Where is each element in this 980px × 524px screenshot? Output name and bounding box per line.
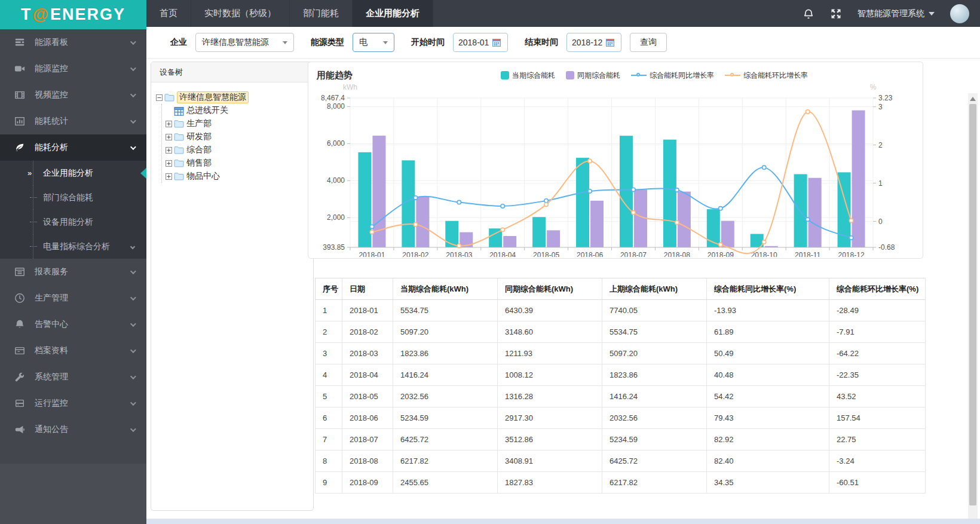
energy-type-select[interactable]: 电 xyxy=(353,33,394,52)
expand-toggle-icon[interactable] xyxy=(166,121,172,127)
vertical-scrollbar[interactable] xyxy=(968,93,978,524)
tree-node-label[interactable]: 销售部 xyxy=(186,158,212,168)
expand-toggle-icon[interactable] xyxy=(166,147,172,154)
nav-item-2[interactable]: 实时数据（秒级） xyxy=(191,0,290,27)
tree-node-label[interactable]: 生产部 xyxy=(186,118,212,129)
tree-node-label[interactable]: 物品中心 xyxy=(186,171,220,182)
table-column-header-7: 综合能耗环比增长率(%) xyxy=(829,278,926,300)
stats-icon xyxy=(14,116,25,127)
sidebar-item-1[interactable]: 能源看板 xyxy=(0,29,146,56)
sidebar-item-2[interactable]: 能源监控 xyxy=(0,56,146,82)
legend-item-3[interactable]: 综合能耗同比增长率 xyxy=(631,71,714,81)
sidebar-item-11[interactable]: 运行监控 xyxy=(0,390,146,416)
tree-node-label[interactable]: 总进线开关 xyxy=(186,105,228,116)
tree-spacer xyxy=(166,108,172,114)
tree-node-label[interactable]: 综合部 xyxy=(186,145,212,155)
table-cell: 3408.91 xyxy=(498,451,602,472)
table-cell: 1416.24 xyxy=(602,386,707,407)
table-row: 12018-015534.756430.397740.05-13.93-28.4… xyxy=(316,300,926,321)
nav-item-3[interactable]: 部门能耗 xyxy=(290,0,353,27)
scroll-up-arrow-icon[interactable] xyxy=(970,97,976,101)
avatar[interactable] xyxy=(950,4,969,23)
device-tree-header: 设备树 xyxy=(151,62,313,82)
svg-text:8,000: 8,000 xyxy=(327,102,345,111)
tree-dash-icon xyxy=(30,197,37,198)
bell-icon[interactable] xyxy=(803,8,814,20)
device-tree-panel: 设备树 许继信息智慧能源总进线开关生产部研发部综合部销售部物品中心 xyxy=(151,62,314,511)
expand-toggle-icon[interactable] xyxy=(166,160,172,167)
report-icon xyxy=(14,266,25,277)
tree-node-6[interactable]: 物品中心 xyxy=(166,170,308,183)
tree-dash-icon xyxy=(30,246,37,247)
sidebar-subitem-1[interactable]: »企业用能分析 xyxy=(0,161,146,185)
table-column-header-2: 日期 xyxy=(342,278,393,300)
tree-node-label[interactable]: 研发部 xyxy=(186,131,212,142)
sidebar-item-4[interactable]: 能耗统计 xyxy=(0,108,146,134)
sidebar-subitem-2[interactable]: 部门综合能耗 xyxy=(0,185,146,210)
table-cell: 9 xyxy=(316,472,342,494)
sidebar-item-7[interactable]: 生产管理 xyxy=(0,285,146,311)
svg-text:8,467.4: 8,467.4 xyxy=(321,94,345,102)
tree-node-3[interactable]: 研发部 xyxy=(166,130,308,143)
folder-icon xyxy=(174,159,184,167)
folder-icon xyxy=(174,133,184,141)
tree-node-1[interactable]: 总进线开关 xyxy=(166,104,308,117)
table-cell: 2032.56 xyxy=(602,407,707,429)
legend-item-2[interactable]: 同期综合能耗 xyxy=(566,71,620,81)
expand-toggle-icon[interactable] xyxy=(166,134,172,140)
table-cell: 2018-05 xyxy=(342,386,393,407)
table-cell: 43.52 xyxy=(829,386,926,407)
alarm-bell-icon xyxy=(14,319,25,330)
sidebar-item-label: 能源监控 xyxy=(35,63,68,74)
tree-node-5[interactable]: 销售部 xyxy=(166,157,308,170)
sidebar-subitem-3[interactable]: 设备用能分析 xyxy=(0,210,146,234)
table-cell: 2455.65 xyxy=(393,472,498,494)
horizontal-scrollbar-track[interactable] xyxy=(146,519,980,524)
tree-node-2[interactable]: 生产部 xyxy=(166,117,308,130)
sidebar-item-5[interactable]: 能耗分析 xyxy=(0,134,146,161)
content-area: 企业 许继信息智慧能源 能源类型 电 开始时间 2018-01 结束时间 201… xyxy=(146,27,980,524)
sidebar-item-3[interactable]: 视频监控 xyxy=(0,82,146,108)
sidebar-item-10[interactable]: 系统管理 xyxy=(0,364,146,390)
tree-children: 总进线开关生产部研发部综合部销售部物品中心 xyxy=(161,104,308,183)
expand-toggle-icon[interactable] xyxy=(166,173,172,180)
table-cell: 6 xyxy=(316,407,342,429)
fullscreen-icon[interactable] xyxy=(830,8,842,20)
megaphone-icon xyxy=(14,424,25,435)
nav-item-4[interactable]: 企业用能分析 xyxy=(353,0,433,27)
start-date-input[interactable]: 2018-01 xyxy=(453,33,508,52)
sidebar-item-6[interactable]: 报表服务 xyxy=(0,259,146,285)
table-cell: 22.75 xyxy=(829,429,926,451)
query-button[interactable]: 查询 xyxy=(630,33,667,52)
chevron-down-icon xyxy=(130,268,136,274)
legend-item-1[interactable]: 当期综合能耗 xyxy=(501,71,555,81)
sidebar-item-8[interactable]: 告警中心 xyxy=(0,311,146,338)
tree-node-4[interactable]: 综合部 xyxy=(166,143,308,157)
table-cell: 2018-03 xyxy=(342,343,393,364)
svg-text:0: 0 xyxy=(878,217,883,226)
table-row: 82018-086217.823408.916425.7282.40-3.24 xyxy=(316,451,926,472)
end-date-input[interactable]: 2018-12 xyxy=(566,33,621,52)
system-title-dropdown[interactable]: 智慧能源管理系统 xyxy=(858,8,935,19)
table-cell: 34.35 xyxy=(707,472,829,494)
table-cell: 2018-02 xyxy=(342,321,393,343)
table-row: 92018-092455.651827.836217.8234.35-60.51 xyxy=(316,472,926,494)
company-select[interactable]: 许继信息智慧能源 xyxy=(195,33,294,52)
sidebar-item-12[interactable]: 通知公告 xyxy=(0,416,146,443)
energy-type-label: 能源类型 xyxy=(311,37,344,48)
system-title: 智慧能源管理系统 xyxy=(858,8,924,19)
svg-text:6,000: 6,000 xyxy=(327,139,345,148)
table-cell: 2032.56 xyxy=(393,386,498,407)
legend-item-4[interactable]: 综合能耗环比增长率 xyxy=(725,71,808,81)
legend-line-marker xyxy=(725,72,740,78)
svg-text:2018-06: 2018-06 xyxy=(577,251,603,257)
sidebar-item-label: 档案资料 xyxy=(35,345,68,356)
sidebar-item-9[interactable]: 档案资料 xyxy=(0,338,146,364)
nav-item-1[interactable]: 首页 xyxy=(146,0,191,27)
table-cell: -64.22 xyxy=(829,343,926,364)
tree-node-root[interactable]: 许继信息智慧能源 xyxy=(156,91,308,104)
tree-node-label[interactable]: 许继信息智慧能源 xyxy=(177,91,249,103)
scrollbar-thumb[interactable] xyxy=(969,104,976,505)
collapse-toggle-icon[interactable] xyxy=(156,94,163,101)
sidebar-subitem-4[interactable]: 电量指标综合分析 xyxy=(0,234,146,259)
